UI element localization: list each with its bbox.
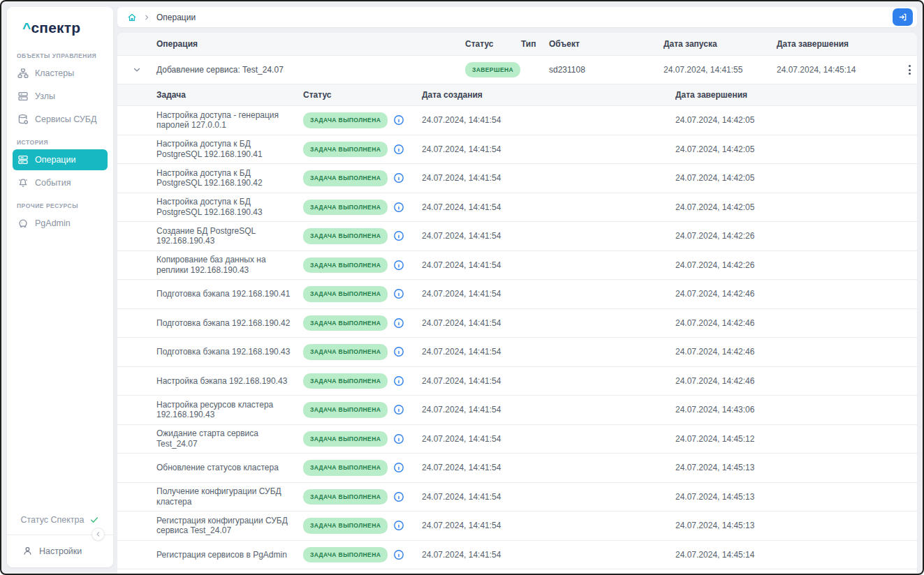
- task-info-button[interactable]: [393, 288, 404, 299]
- logo-caret-icon: ^: [22, 20, 31, 36]
- task-created-date: 24.07.2024, 14:41:54: [422, 550, 675, 560]
- task-status-badge: ЗАДАЧА ВЫПОЛНЕНА: [303, 489, 388, 505]
- operation-object: sd231108: [549, 65, 663, 75]
- task-info-button[interactable]: [393, 144, 404, 155]
- info-icon: [393, 462, 404, 473]
- task-info-button[interactable]: [393, 114, 404, 126]
- task-info-button[interactable]: [393, 433, 404, 445]
- settings-button[interactable]: Настройки: [7, 535, 113, 567]
- task-finished-date: 24.07.2024, 14:42:05: [675, 144, 917, 155]
- info-icon: [393, 172, 404, 184]
- task-info-button[interactable]: [393, 230, 404, 241]
- col-start-date: Дата запуска: [663, 39, 777, 50]
- task-status-badge: ЗАДАЧА ВЫПОЛНЕНА: [303, 200, 388, 216]
- sidebar-item-label: Кластеры: [35, 68, 74, 78]
- spectr-status-label: Статус Спектра: [21, 515, 85, 525]
- task-info-button[interactable]: [393, 172, 404, 184]
- col-type: Тип: [521, 39, 549, 50]
- tasks-table-body: Настройка доступа - генерация паролей 12…: [117, 106, 917, 569]
- info-icon: [393, 520, 404, 531]
- task-row[interactable]: Подготовка бэкапа 192.168.190.43 ЗАДАЧА …: [117, 338, 917, 367]
- task-finished-date: 24.07.2024, 14:42:26: [675, 260, 917, 271]
- info-icon: [393, 375, 404, 387]
- task-row[interactable]: Настройка доступа - генерация паролей 12…: [117, 106, 917, 135]
- sidebar-item-operations[interactable]: Операции: [13, 149, 108, 170]
- info-icon: [393, 260, 404, 271]
- task-info-button[interactable]: [393, 375, 404, 387]
- task-name: Подготовка бэкапа 192.168.190.41: [156, 289, 303, 299]
- task-created-date: 24.07.2024, 14:41:54: [422, 260, 675, 271]
- task-name: Регистрация сервисов в PgAdmin: [156, 550, 303, 560]
- col-end-date: Дата завершения: [777, 39, 897, 50]
- home-icon[interactable]: [127, 13, 137, 22]
- task-name: Получение конфигурации СУБД кластера: [156, 486, 303, 507]
- task-status-badge: ЗАДАЧА ВЫПОЛНЕНА: [303, 518, 388, 534]
- task-finished-date: 24.07.2024, 14:42:46: [675, 347, 917, 357]
- sidebar-item-label: Сервисы СУБД: [35, 114, 96, 124]
- task-finished-date: 24.07.2024, 14:42:46: [675, 376, 917, 387]
- task-row[interactable]: Обновление статусов кластера ЗАДАЧА ВЫПО…: [117, 454, 917, 483]
- sidebar-item-clusters[interactable]: Кластеры: [13, 63, 108, 84]
- db-services-icon: [17, 114, 29, 125]
- task-row[interactable]: Регистрация сервисов в PgAdmin ЗАДАЧА ВЫ…: [117, 541, 917, 570]
- sidebar-item-pgadmin[interactable]: PgAdmin: [13, 213, 108, 234]
- task-info-button[interactable]: [393, 346, 404, 357]
- task-info-button[interactable]: [393, 520, 404, 531]
- task-info-button[interactable]: [393, 318, 404, 329]
- task-name: Настройка бэкапа 192.168.190.43: [156, 376, 303, 387]
- events-icon: [17, 177, 29, 188]
- task-row[interactable]: Настройка доступа к БД PostgreSQL 192.16…: [117, 164, 917, 193]
- task-info-button[interactable]: [393, 491, 404, 502]
- operation-row[interactable]: Добавление сервиса: Test_24.07 ЗАВЕРШЕНА…: [117, 56, 917, 84]
- col-task: Задача: [156, 90, 303, 100]
- task-row[interactable]: Копирование баз данных на реплики 192.16…: [117, 251, 917, 281]
- task-row[interactable]: Подготовка бэкапа 192.168.190.41 ЗАДАЧА …: [117, 280, 917, 309]
- task-row[interactable]: Получение конфигурации СУБД кластера ЗАД…: [117, 483, 917, 512]
- logout-button[interactable]: [893, 8, 913, 26]
- task-info-button[interactable]: [393, 462, 404, 473]
- task-status-badge: ЗАДАЧА ВЫПОЛНЕНА: [303, 373, 388, 389]
- pgadmin-icon: [17, 218, 29, 229]
- sidebar-item-db-services[interactable]: Сервисы СУБД: [13, 109, 108, 130]
- task-created-date: 24.07.2024, 14:41:54: [422, 376, 675, 387]
- task-status-badge: ЗАДАЧА ВЫПОЛНЕНА: [303, 228, 388, 244]
- task-created-date: 24.07.2024, 14:41:54: [422, 115, 675, 126]
- collapse-row-button[interactable]: [117, 66, 156, 74]
- chevron-down-icon: [133, 66, 141, 74]
- task-row[interactable]: Создание БД PostgreSQL 192.168.190.43 ЗА…: [117, 222, 917, 251]
- sidebar-item-label: Операции: [35, 155, 75, 165]
- app-logo: ^спектр: [7, 7, 113, 43]
- operations-icon: [17, 154, 29, 165]
- task-info-button[interactable]: [393, 549, 404, 560]
- sidebar-item-events[interactable]: События: [13, 172, 108, 193]
- operations-table-header: Операция Статус Тип Объект Дата запуска …: [117, 33, 917, 56]
- task-status-badge: ЗАДАЧА ВЫПОЛНЕНА: [303, 170, 388, 186]
- task-row[interactable]: Настройка доступа к БД PostgreSQL 192.16…: [117, 193, 917, 223]
- task-row[interactable]: Настройка бэкапа 192.168.190.43 ЗАДАЧА В…: [117, 367, 917, 396]
- task-info-button[interactable]: [393, 404, 404, 415]
- task-row[interactable]: Регистрация конфигурации СУБД сервиса Te…: [117, 511, 917, 541]
- task-row[interactable]: Подготовка бэкапа 192.168.190.42 ЗАДАЧА …: [117, 309, 917, 338]
- task-info-button[interactable]: [393, 202, 404, 213]
- sidebar-item-nodes[interactable]: Узлы: [13, 86, 108, 107]
- row-menu-button[interactable]: [902, 62, 917, 77]
- task-created-date: 24.07.2024, 14:41:54: [422, 434, 675, 445]
- task-row[interactable]: Ожидание старта сервиса Test_24.07 ЗАДАЧ…: [117, 425, 917, 454]
- task-info-button[interactable]: [393, 260, 404, 271]
- check-icon: [89, 515, 99, 525]
- task-row[interactable]: Настройка ресурсов кластера 192.168.190.…: [117, 396, 917, 425]
- spectr-status: Статус Спектра: [7, 515, 113, 525]
- task-name: Настройка доступа к БД PostgreSQL 192.16…: [156, 139, 303, 159]
- sidebar-section-management: ОБЪЕКТЫ УПРАВЛЕНИЯ: [17, 52, 103, 59]
- task-status-badge: ЗАДАЧА ВЫПОЛНЕНА: [303, 431, 388, 447]
- task-name: Настройка ресурсов кластера 192.168.190.…: [156, 400, 303, 420]
- logout-icon: [898, 13, 907, 22]
- task-name: Копирование баз данных на реплики 192.16…: [156, 255, 303, 275]
- task-status-badge: ЗАДАЧА ВЫПОЛНЕНА: [303, 315, 388, 331]
- task-row[interactable]: Настройка доступа к БД PostgreSQL 192.16…: [117, 135, 917, 165]
- task-name: Настройка доступа - генерация паролей 12…: [156, 110, 303, 130]
- task-finished-date: 24.07.2024, 14:43:06: [675, 405, 917, 415]
- task-name: Настройка доступа к БД PostgreSQL 192.16…: [156, 168, 303, 188]
- task-status-badge: ЗАДАЧА ВЫПОЛНЕНА: [303, 460, 388, 476]
- clusters-icon: [17, 68, 29, 79]
